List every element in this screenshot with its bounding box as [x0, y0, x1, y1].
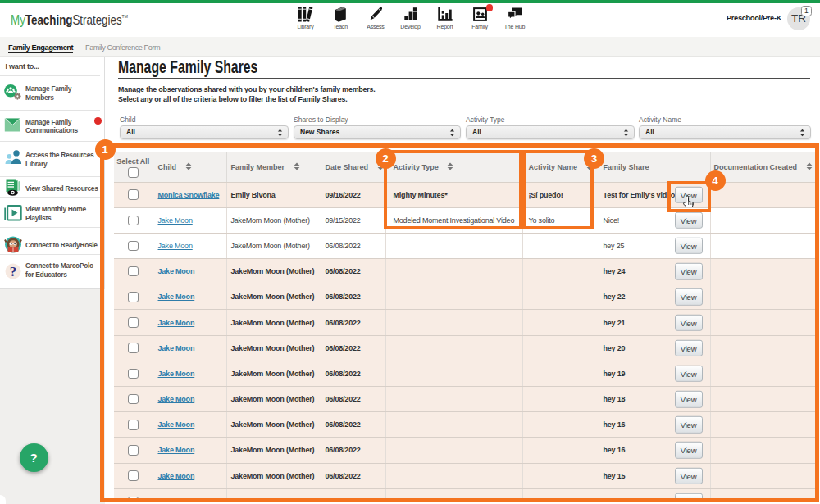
- svg-text:?: ?: [10, 263, 17, 279]
